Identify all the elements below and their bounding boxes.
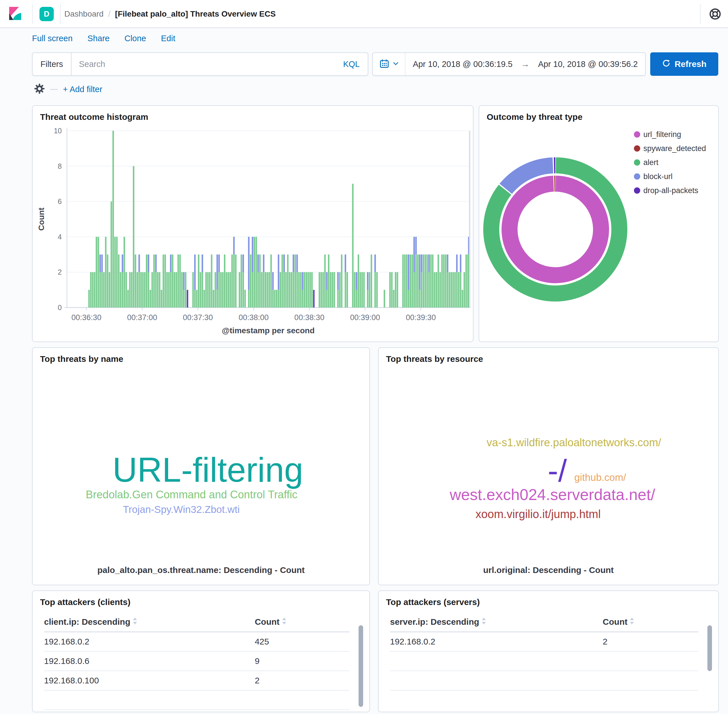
histogram-bar-alert[interactable]	[103, 272, 105, 308]
histogram-bar-alert[interactable]	[406, 255, 407, 308]
histogram-bar-alert[interactable]	[417, 255, 419, 308]
histogram-bar-alert[interactable]	[391, 272, 392, 308]
histogram-bar-alert[interactable]	[105, 237, 106, 308]
histogram-bar-alert[interactable]	[101, 272, 103, 308]
table-row[interactable]: 192.168.0.2425	[44, 632, 349, 651]
histogram-bar-block-url[interactable]	[456, 255, 457, 272]
panel-title[interactable]: Top attackers (servers)	[386, 597, 480, 607]
histogram-bar-alert[interactable]	[291, 272, 292, 308]
legend-item-spyware_detected[interactable]: spyware_detected	[643, 144, 706, 153]
histogram-bar-block-url[interactable]	[326, 272, 327, 290]
histogram-bar-alert[interactable]	[111, 201, 112, 308]
histogram-bar-alert[interactable]	[384, 290, 385, 308]
histogram-bar-block-url[interactable]	[155, 255, 157, 272]
histogram-bar-alert[interactable]	[425, 255, 426, 308]
histogram-bar-block-url[interactable]	[345, 255, 346, 272]
histogram-bar-alert[interactable]	[97, 237, 99, 308]
panel-title[interactable]: Top threats by name	[40, 354, 123, 364]
histogram-bar-alert[interactable]	[107, 255, 108, 308]
histogram-bar-alert[interactable]	[137, 272, 138, 308]
histogram-bar-alert[interactable]	[181, 272, 183, 308]
scrollbar-thumb[interactable]	[707, 626, 712, 671]
column-header[interactable]: server.ip: Descending	[390, 617, 486, 627]
histogram-bar-alert[interactable]	[395, 272, 396, 308]
histogram-bar-alert[interactable]	[155, 272, 157, 308]
time-start-value[interactable]: Apr 10, 2018 @ 00:36:19.5	[406, 60, 520, 69]
histogram-bar-block-url[interactable]	[148, 255, 149, 272]
histogram-bar-alert[interactable]	[243, 272, 244, 308]
histogram-bar-alert[interactable]	[144, 272, 145, 308]
histogram-bar-alert[interactable]	[165, 255, 166, 308]
gear-icon[interactable]	[34, 83, 45, 96]
donut-outer-drop-all-packets[interactable]	[554, 158, 555, 173]
histogram-bar-alert[interactable]	[209, 272, 210, 308]
histogram-bar-block-url[interactable]	[367, 272, 368, 290]
histogram-bar-alert[interactable]	[278, 290, 279, 308]
histogram-bar-alert[interactable]	[185, 272, 186, 308]
histogram-bar-alert[interactable]	[263, 272, 264, 308]
histogram-bar-alert[interactable]	[321, 272, 322, 308]
histogram-bar-alert[interactable]	[179, 255, 181, 308]
histogram-bar-alert[interactable]	[462, 290, 463, 308]
histogram-bar-alert[interactable]	[272, 290, 274, 308]
histogram-bar-alert[interactable]	[270, 255, 272, 308]
histogram-bar-alert[interactable]	[330, 272, 331, 308]
histogram-bar-block-url[interactable]	[252, 237, 253, 272]
histogram-bar-block-url[interactable]	[216, 255, 218, 290]
histogram-bar-alert[interactable]	[127, 290, 129, 308]
histogram-bar-block-url[interactable]	[202, 255, 203, 272]
histogram-bar-alert[interactable]	[267, 272, 268, 308]
histogram-bar-alert[interactable]	[436, 272, 437, 308]
help-icon[interactable]	[709, 8, 722, 22]
histogram-bar-alert[interactable]	[404, 255, 406, 308]
histogram-bar-alert[interactable]	[135, 255, 136, 308]
histogram-bar-alert[interactable]	[126, 272, 127, 308]
legend-item-url_filtering[interactable]: url_filtering	[643, 130, 681, 139]
histogram-bar-alert[interactable]	[356, 290, 357, 308]
histogram-bar-alert[interactable]	[150, 290, 151, 308]
histogram-bar-alert[interactable]	[311, 272, 313, 308]
donut-inner-url_filtering[interactable]	[502, 176, 609, 283]
histogram-bar-block-url[interactable]	[460, 255, 461, 272]
histogram-bar-alert[interactable]	[142, 272, 144, 308]
histogram-bar-alert[interactable]	[283, 272, 285, 308]
histogram-bar-alert[interactable]	[163, 255, 164, 308]
histogram-bar-alert[interactable]	[441, 255, 443, 308]
histogram-bar-alert[interactable]	[452, 272, 454, 308]
histogram-bar-alert[interactable]	[449, 272, 450, 308]
histogram-bar-alert[interactable]	[230, 272, 231, 308]
histogram-bar-alert[interactable]	[205, 272, 207, 308]
histogram-bar-alert[interactable]	[196, 290, 198, 308]
panel-title[interactable]: Threat outcome histogram	[40, 112, 148, 122]
histogram-bar-block-url[interactable]	[122, 255, 123, 272]
histogram-bar-alert[interactable]	[358, 255, 359, 308]
tag-cloud-word[interactable]: west.exch024.serverdata.net/	[450, 487, 655, 502]
histogram-bar-alert[interactable]	[226, 272, 227, 308]
histogram-bar-alert[interactable]	[202, 272, 203, 308]
time-end-value[interactable]: Apr 10, 2018 @ 00:39:56.2	[531, 60, 645, 69]
histogram-bar-alert[interactable]	[456, 272, 457, 308]
sort-icon[interactable]	[630, 617, 634, 627]
histogram-bar-alert[interactable]	[447, 272, 448, 308]
legend-item-alert[interactable]: alert	[643, 158, 659, 167]
histogram-bar-alert[interactable]	[248, 290, 250, 308]
share-link[interactable]: Share	[87, 34, 109, 43]
histogram-bar-alert[interactable]	[419, 290, 420, 308]
clone-link[interactable]: Clone	[124, 34, 146, 43]
histogram-bar-alert[interactable]	[220, 272, 222, 308]
histogram-bar-alert[interactable]	[434, 272, 435, 308]
histogram-bar-alert[interactable]	[432, 255, 433, 308]
histogram-bar-alert[interactable]	[413, 272, 415, 308]
histogram-bar-alert[interactable]	[393, 290, 394, 308]
histogram-bar-drop-all-packets[interactable]	[187, 290, 188, 308]
panel-title[interactable]: Top threats by resource	[386, 354, 483, 364]
histogram-bar-alert[interactable]	[244, 290, 246, 308]
tag-cloud-word[interactable]: URL-filtering	[113, 453, 303, 487]
histogram-bar-alert[interactable]	[296, 272, 298, 308]
histogram-bar-alert[interactable]	[371, 255, 372, 308]
histogram-bar-alert[interactable]	[99, 272, 101, 308]
histogram-bar-alert[interactable]	[118, 255, 120, 308]
histogram-bar-alert[interactable]	[304, 272, 305, 308]
tag-cloud-word[interactable]: Bredolab.Gen Command and Control Traffic	[86, 489, 298, 500]
histogram-bar-alert[interactable]	[151, 272, 153, 308]
